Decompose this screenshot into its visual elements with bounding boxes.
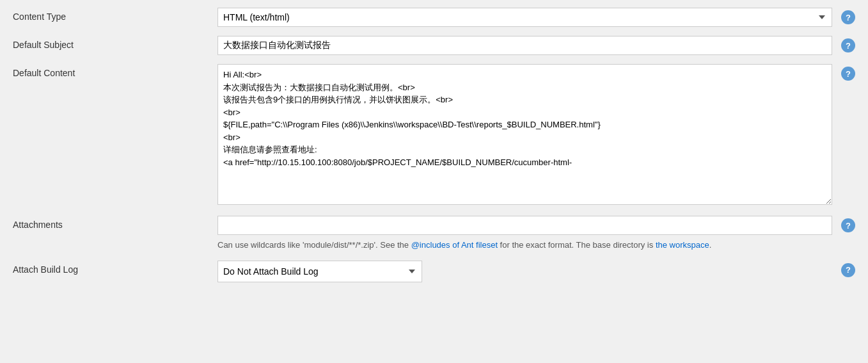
attachments-label: Attachments — [13, 216, 217, 230]
default-subject-row: Default Subject ? — [13, 36, 855, 55]
default-subject-help: ? — [841, 38, 855, 52]
attachments-workspace-link[interactable]: the workspace — [656, 240, 709, 250]
attachments-hint-prefix: Can use wildcards like 'module/dist/**/*… — [217, 240, 411, 250]
default-subject-control — [217, 36, 832, 55]
content-type-help-icon[interactable]: ? — [841, 10, 855, 24]
form-container: Content Type HTML (text/html) Plain Text… — [0, 0, 868, 363]
attach-build-log-row: Attach Build Log Do Not Attach Build Log… — [13, 261, 855, 282]
attach-build-log-help-icon[interactable]: ? — [841, 263, 855, 277]
attachments-hint-middle: for the exact format. The base directory… — [498, 240, 656, 250]
content-type-label: Content Type — [13, 8, 217, 22]
attach-build-log-select[interactable]: Do Not Attach Build Log Attach Build Log… — [217, 261, 422, 282]
default-content-textarea[interactable] — [217, 64, 832, 205]
default-content-control — [217, 64, 832, 207]
attachments-input[interactable] — [217, 216, 832, 235]
content-type-control: HTML (text/html) Plain Text (text/plain) — [217, 8, 832, 27]
attachments-row: Attachments Can use wildcards like 'modu… — [13, 216, 855, 252]
attach-build-log-label: Attach Build Log — [13, 261, 217, 275]
attachments-ant-link[interactable]: @includes of Ant fileset — [411, 240, 498, 250]
default-subject-label: Default Subject — [13, 36, 217, 50]
content-type-help: ? — [841, 10, 855, 24]
textarea-wrapper — [217, 64, 832, 207]
attachments-control: Can use wildcards like 'module/dist/**/*… — [217, 216, 832, 252]
attach-build-log-help: ? — [841, 263, 855, 277]
default-content-help: ? — [841, 67, 855, 81]
default-subject-input[interactable] — [217, 36, 832, 55]
attach-build-log-control: Do Not Attach Build Log Attach Build Log… — [217, 261, 832, 282]
attachments-help: ? — [841, 218, 855, 232]
attachments-help-icon[interactable]: ? — [841, 218, 855, 232]
content-type-row: Content Type HTML (text/html) Plain Text… — [13, 8, 855, 27]
attach-select-wrap: Do Not Attach Build Log Attach Build Log… — [217, 261, 832, 282]
default-content-label: Default Content — [13, 64, 217, 78]
content-type-select[interactable]: HTML (text/html) Plain Text (text/plain) — [217, 8, 832, 27]
attachments-hint: Can use wildcards like 'module/dist/**/*… — [217, 239, 832, 252]
default-content-help-icon[interactable]: ? — [841, 67, 855, 81]
default-content-row: Default Content ? — [13, 64, 855, 207]
attachments-hint-suffix: . — [709, 240, 712, 250]
default-subject-help-icon[interactable]: ? — [841, 38, 855, 52]
